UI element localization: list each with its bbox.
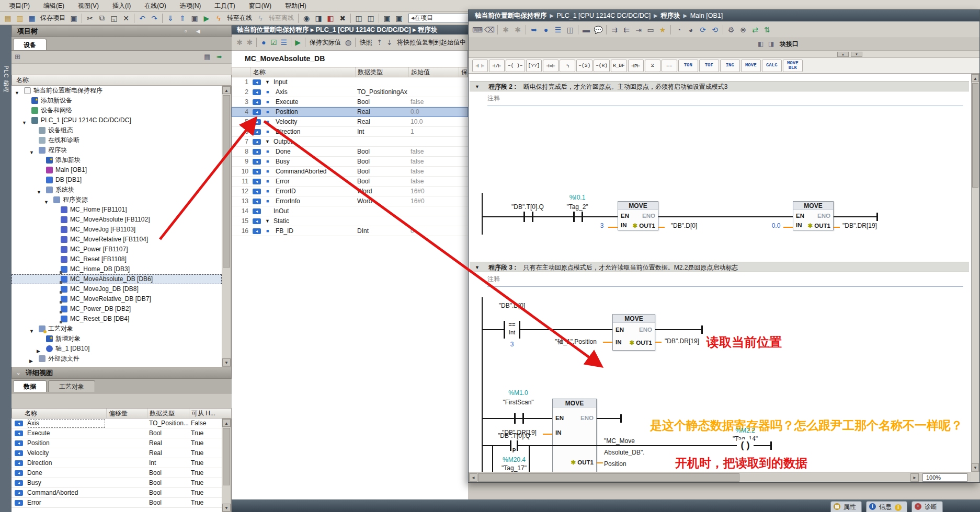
contact-tag[interactable]: "FirstScan"	[503, 399, 533, 406]
update-icon[interactable]: ⟳	[697, 24, 709, 36]
window2-icon[interactable]: ▣	[393, 13, 405, 24]
db-row-Execute[interactable]: 3◂■ExecuteBoolfalse	[232, 97, 468, 107]
plc-programming-rail-label[interactable]: PLC 编程	[2, 55, 10, 104]
favorite-instruction-icon-2[interactable]: –( )–	[506, 60, 525, 72]
add-row-icon[interactable]: ✱	[512, 24, 523, 36]
refresh-icon[interactable]: ⟲	[709, 24, 721, 36]
table-view-icon[interactable]: ▦	[204, 53, 210, 61]
collapse-panel-icon[interactable]: ◀	[196, 26, 200, 37]
db-row-ErrorID[interactable]: 12◂■ErrorIDWord16#0	[232, 187, 468, 196]
db-row-ErrorInfo[interactable]: 13◂■ErrorInfoWord16#0	[232, 196, 468, 206]
scroll-left-icon[interactable]: ◄	[469, 473, 477, 482]
favorite-block-MOVE[interactable]: MOVE	[741, 60, 761, 72]
keep-actual-values-button[interactable]: 保持实际值	[307, 38, 343, 47]
menu-item-5[interactable]: 选项(N)	[173, 0, 208, 11]
db-row-Velocity[interactable]: 5◂■VelocityReal10.0	[232, 117, 468, 127]
undo-icon[interactable]: ↶	[136, 13, 148, 24]
detail-row-Busy[interactable]: ◂BusyBoolTrue	[12, 478, 222, 488]
tree-settings-icon[interactable]: ⊞	[15, 53, 20, 61]
call-env-icon[interactable]: ◔	[673, 24, 685, 36]
tree-item-添加新设备[interactable]: ✶添加新设备	[12, 96, 222, 106]
ladder-hscrollbar[interactable]: ◄ ► 100%	[469, 472, 971, 482]
move-in-source[interactable]: "轴_1".Position	[555, 338, 597, 346]
detail-scrollbar[interactable]: ▲ ▼	[222, 418, 231, 512]
edge-mem-address[interactable]: %M20.4	[503, 456, 526, 463]
open-project-icon[interactable]: ▥	[14, 13, 26, 24]
network-3-comment[interactable]: 注释	[487, 273, 963, 287]
db-row-Direction[interactable]: 6◂■DirectionInt1	[232, 127, 468, 137]
detail-row-CommandAborted[interactable]: ◂CommandAbortedBoolTrue	[12, 488, 222, 498]
network-2-header[interactable]: ▼ 程序段 2 : 断电保持完成后，才允许回原点。主动回原点，必须将启动轴设置成…	[470, 81, 969, 91]
keep-values-icon[interactable]: ●	[540, 24, 552, 36]
tree-item-系统块[interactable]: ▼系统块	[12, 185, 222, 195]
breadcrumb-blocks[interactable]: 程序块	[660, 11, 680, 20]
zoom-select[interactable]: 100%	[922, 473, 967, 482]
scroll-up-icon[interactable]: ▲	[972, 74, 979, 82]
tree-item-MC_MoveAbsolute-FB1102-[interactable]: MC_MoveAbsolute [FB1102]	[12, 215, 222, 225]
search-input[interactable]	[408, 14, 470, 23]
interface-expand-icon[interactable]: ▲	[837, 52, 849, 57]
cross-icon[interactable]: ✖	[337, 13, 348, 24]
detail-scroll-up-icon[interactable]: ▲	[222, 419, 231, 427]
favorite-instruction-icon-11[interactable]: ==	[662, 60, 677, 72]
db-row-Busy[interactable]: 9◂■BusyBoolfalse	[232, 157, 468, 167]
keep-values-icon[interactable]: ●	[259, 37, 268, 48]
go-online-button[interactable]: 转至在线	[225, 14, 254, 22]
contact-tag[interactable]: "Tag_2"	[566, 203, 588, 211]
detail-scroll-down-icon[interactable]: ▼	[222, 504, 231, 511]
expand-all-icon[interactable]: ☰	[552, 24, 564, 36]
favorite-block-TON[interactable]: TON	[678, 60, 698, 72]
comments-icon[interactable]: 💬	[592, 24, 604, 36]
split-vertical-icon[interactable]: ◫	[365, 13, 377, 24]
tab-data[interactable]: 数据	[13, 380, 47, 392]
favorites-icon[interactable]: ★	[657, 24, 668, 36]
tree-item-MC_Reset_DB-DB4-[interactable]: MC_Reset_DB [DB4]	[12, 314, 222, 324]
detail-row-Error[interactable]: ◂ErrorBoolTrue	[12, 498, 222, 508]
contact-operand[interactable]: "DB".T[0].Q	[498, 432, 530, 439]
tree-item-MC_Power-FB1107-[interactable]: MC_Power [FB1107]	[12, 245, 222, 254]
copy-snapshot-down-icon[interactable]: ⇣	[385, 37, 394, 48]
detail-col-type[interactable]: 数据类型	[147, 409, 189, 418]
tree-item-MC_Reset-FB1108-[interactable]: MC_Reset [FB1108]	[12, 254, 222, 264]
group-expander-icon[interactable]: ▼	[265, 77, 270, 87]
add-row-icon[interactable]: ✱	[245, 37, 254, 48]
interface2-icon[interactable]: ◨	[768, 40, 774, 48]
sync-icon[interactable]: ⇄	[749, 24, 761, 36]
detail-row-Done[interactable]: ◂DoneBoolTrue	[12, 468, 222, 478]
db-row-Done[interactable]: 8◂■DoneBoolfalse	[232, 147, 468, 157]
expander-right-icon[interactable]: ▶	[29, 356, 33, 366]
inspector-tab-信息[interactable]: i信息i	[866, 501, 907, 512]
inspector-tab-属性[interactable]: ▨属性	[830, 501, 862, 512]
coil[interactable]: ( )	[737, 439, 754, 451]
go-offline-button[interactable]: 转至离线	[267, 14, 296, 22]
favorite-instruction-icon-1[interactable]: ⊣/⊢	[489, 60, 505, 72]
move-block[interactable]: MOVE EN ENO IN ✱ OUT1	[618, 201, 658, 230]
tree-item-在线和诊断[interactable]: 在线和诊断	[12, 135, 222, 145]
breadcrumb-main-ob1[interactable]: Main [OB1]	[690, 12, 723, 19]
start-cpu-icon[interactable]: ▣	[189, 13, 200, 24]
favorite-instruction-icon-9[interactable]: ⊣P⊢	[628, 60, 644, 72]
delete-icon[interactable]: ✕	[120, 13, 132, 24]
go-offline-icon[interactable]: ϟ	[255, 13, 266, 24]
insert-row-icon[interactable]: ✱	[500, 24, 511, 36]
favorite-instruction-icon-3[interactable]: [??]	[526, 60, 542, 72]
menu-item-6[interactable]: 工具(T)	[208, 0, 242, 11]
tree-item-MC_MoveRelative-FB1104-[interactable]: MC_MoveRelative [FB1104]	[12, 235, 222, 245]
detail-col-hmi[interactable]: 可从 H...	[189, 409, 232, 418]
contact-operand[interactable]: "DB".T[0].Q	[511, 203, 544, 211]
settings-icon[interactable]: ⚙	[725, 24, 737, 36]
interface-icon[interactable]: ◧	[758, 40, 764, 48]
compare-value[interactable]: 3	[510, 341, 514, 348]
move-in-value[interactable]: 3	[600, 222, 604, 229]
ladder-vscrollbar[interactable]: ▲ ▼	[971, 74, 979, 472]
interface-collapse-icon[interactable]: ▼	[851, 52, 862, 57]
db-col-name[interactable]: 名称	[251, 67, 356, 77]
split-horizontal-icon[interactable]: ◫	[353, 13, 364, 24]
coil-address[interactable]: %M2.2	[735, 427, 755, 434]
scroll-right-icon[interactable]: ►	[910, 473, 919, 482]
menu-item-0[interactable]: 项目(P)	[2, 0, 37, 11]
db-row-CommandAborted[interactable]: 10◂■CommandAbortedBoolfalse	[232, 167, 468, 177]
goto-next-icon[interactable]: ⇉	[609, 24, 620, 36]
tree-item-轴_1-DB10-[interactable]: ▶轴_1 [DB10]	[12, 344, 222, 354]
tree-item-工艺对象[interactable]: ▼工艺对象	[12, 324, 222, 334]
